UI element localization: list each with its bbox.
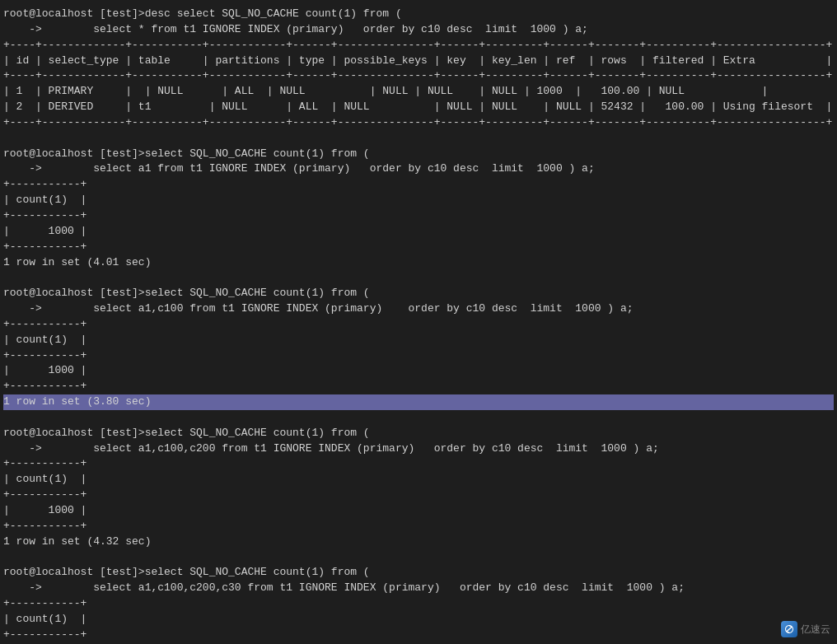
block3-result-sep3: +-----------+ (3, 380, 87, 392)
block1-table-header: | id | select_type | table | partitions … (3, 54, 832, 67)
block4-result-sep1: +-----------+ (3, 457, 87, 469)
block1-table-sep3: +----+-------------+-----------+--------… (3, 116, 832, 128)
block4-result-val: | 1000 | (3, 504, 87, 516)
block4-timing: 1 row in set (4.32 sec) (3, 535, 151, 548)
block5-result-sep2: +-----------+ (3, 628, 87, 641)
block1-prompt-line2: -> select * from t1 IGNORE INDEX (primar… (3, 23, 588, 35)
block4-result-sep3: +-----------+ (3, 520, 87, 532)
block3-prompt-line1: root@localhost [test]>select SQL_NO_CACH… (3, 287, 370, 299)
block3-timing-highlighted: 1 row in set (3.80 sec) (3, 394, 834, 410)
block5-prompt-line2: -> select a1,c100,c200,c30 from t1 IGNOR… (3, 581, 685, 594)
block1-table-sep1: +----+-------------+-----------+--------… (3, 39, 832, 51)
block2-result-val: | 1000 | (3, 225, 87, 237)
block4-prompt-line2: -> select a1,c100,c200 from t1 IGNORE IN… (3, 442, 659, 455)
block5-result-sep1: +-----------+ (3, 597, 87, 609)
block2-result-sep1: +-----------+ (3, 178, 87, 190)
watermark: 亿速云 (781, 621, 830, 637)
block2-timing: 1 row in set (4.01 sec) (3, 256, 151, 268)
block2-result-sep3: +-----------+ (3, 240, 87, 253)
block1-prompt-line1: root@localhost [test]>desc select SQL_NO… (3, 7, 402, 20)
block2-result-header: | count(1) | (3, 194, 87, 206)
block5-result-header: | count(1) | (3, 613, 87, 625)
block4-result-header: | count(1) | (3, 473, 87, 485)
block3-result-sep2: +-----------+ (3, 349, 87, 362)
block2-prompt-line2: -> select a1 from t1 IGNORE INDEX (prima… (3, 162, 595, 175)
watermark-icon (781, 621, 797, 637)
block4-result-sep2: +-----------+ (3, 488, 87, 501)
block1-table-row1: | 1 | PRIMARY | | NULL | ALL | NULL | NU… (3, 85, 768, 97)
block3-result-sep1: +-----------+ (3, 318, 87, 330)
block3-result-val: | 1000 | (3, 364, 87, 376)
terminal-window: root@localhost [test]>desc select SQL_NO… (0, 0, 837, 644)
block1-table-row2: | 2 | DERIVED | t1 | NULL | ALL | NULL |… (3, 100, 832, 113)
block3-result-header: | count(1) | (3, 334, 87, 346)
watermark-text: 亿速云 (801, 623, 830, 637)
block4-prompt-line1: root@localhost [test]>select SQL_NO_CACH… (3, 427, 370, 439)
block2-result-sep2: +-----------+ (3, 209, 87, 222)
block3-prompt-line2: -> select a1,c100 from t1 IGNORE INDEX (… (3, 302, 634, 315)
block2-prompt-line1: root@localhost [test]>select SQL_NO_CACH… (3, 147, 370, 160)
block5-prompt-line1: root@localhost [test]>select SQL_NO_CACH… (3, 566, 370, 578)
block1-table-sep2: +----+-------------+-----------+--------… (3, 69, 832, 82)
